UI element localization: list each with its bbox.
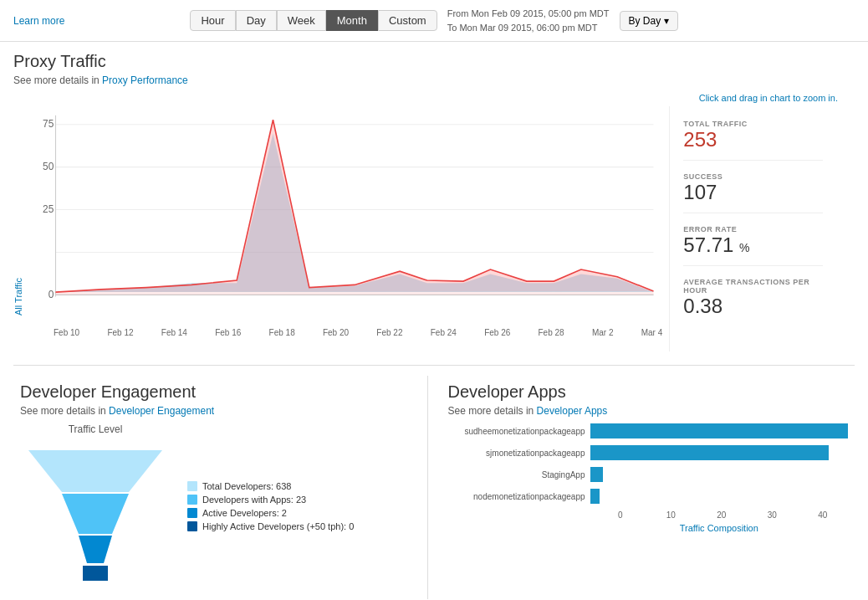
proxy-traffic-title: Proxy Traffic — [13, 52, 855, 71]
bar-track-1 — [590, 445, 849, 460]
bar-row-0: sudheemonetizationpackageapp — [448, 423, 849, 438]
dev-apps-subtitle: See more details in Developer Apps — [448, 405, 849, 417]
legend-dot-3 — [187, 521, 197, 531]
traffic-chart-container: All Traffic 75 50 25 0 — [13, 106, 855, 351]
legend-item-1: Developers with Apps: 23 — [187, 495, 354, 505]
stats-panel: TOTAL TRAFFIC 253 SUCCESS 107 ERROR RATE… — [669, 106, 836, 351]
bar-label-0: sudheemonetizationpackageapp — [448, 427, 590, 436]
x-label-8: Feb 26 — [484, 328, 510, 337]
svg-text:0: 0 — [49, 289, 54, 300]
avg-tx-block: AVERAGE TRANSACTIONS PER HOUR 0.38 — [683, 278, 823, 326]
x-label-7: Feb 24 — [431, 328, 457, 337]
funnel-title: Traffic Level — [69, 423, 123, 435]
dev-apps-link[interactable]: Developer Apps — [537, 405, 608, 417]
x-label-0: Feb 10 — [54, 328, 79, 337]
svg-text:75: 75 — [43, 118, 54, 130]
bar-x-title: Traffic Composition — [590, 523, 849, 533]
traffic-chart-svg[interactable]: 75 50 25 0 — [28, 106, 662, 324]
month-button[interactable]: Month — [326, 10, 378, 31]
dev-engagement-title: Developer Engagement — [20, 382, 421, 402]
svg-text:50: 50 — [43, 161, 54, 172]
funnel-svg — [20, 442, 171, 592]
top-bar: Learn more Hour Day Week Month Custom Fr… — [0, 0, 868, 42]
day-button[interactable]: Day — [236, 10, 277, 31]
proxy-traffic-section: Proxy Traffic See more details in Proxy … — [13, 52, 855, 351]
x-label-10: Mar 2 — [592, 328, 614, 337]
svg-marker-15 — [79, 536, 112, 563]
funnel-container: Traffic Level — [20, 423, 421, 592]
main-content: Proxy Traffic See more details in Proxy … — [0, 42, 868, 600]
legend-label-2: Active Developers: 2 — [202, 508, 287, 518]
x-label-3: Feb 16 — [215, 328, 241, 337]
x-label-5: Feb 20 — [323, 328, 349, 337]
total-traffic-block: TOTAL TRAFFIC 253 — [683, 120, 823, 161]
svg-rect-16 — [83, 566, 108, 581]
by-day-button[interactable]: By Day ▾ — [620, 11, 678, 31]
dev-apps-title: Developer Apps — [448, 382, 849, 402]
custom-button[interactable]: Custom — [378, 10, 437, 31]
bar-chart-area: sudheemonetizationpackageapp sjmonetizat… — [448, 423, 849, 533]
date-range: From Mon Feb 09 2015, 05:00 pm MDT To Mo… — [447, 7, 610, 34]
x-tick-0: 0 — [595, 510, 646, 520]
bar-row-3: nodemonetizationpackageapp — [448, 489, 849, 504]
success-value: 107 — [683, 181, 823, 204]
total-traffic-label: TOTAL TRAFFIC — [683, 120, 823, 128]
proxy-traffic-subtitle: See more details in Proxy Performance — [13, 74, 855, 86]
dev-engagement-link[interactable]: Developer Engagement — [109, 405, 214, 417]
bar-fill-2 — [590, 467, 603, 482]
bar-fill-0 — [590, 423, 849, 438]
chart-wrapper: 75 50 25 0 — [28, 106, 662, 341]
success-block: SUCCESS 107 — [683, 172, 823, 213]
bottom-sections: Developer Engagement See more details in… — [13, 365, 855, 599]
legend-label-1: Developers with Apps: 23 — [202, 495, 306, 505]
legend-dot-2 — [187, 508, 197, 518]
x-label-11: Mar 4 — [641, 328, 663, 337]
x-tick-40: 40 — [798, 510, 849, 520]
bar-label-1: sjmonetizationpackageapp — [448, 449, 590, 458]
avg-tx-label: AVERAGE TRANSACTIONS PER HOUR — [683, 278, 823, 295]
funnel-legend: Total Developers: 638 Developers with Ap… — [187, 481, 354, 535]
y-axis-label: All Traffic — [13, 115, 23, 315]
x-label-1: Feb 12 — [107, 328, 133, 337]
legend-item-3: Highly Active Developers (+50 tph): 0 — [187, 521, 354, 531]
svg-marker-12 — [55, 120, 653, 295]
legend-label-3: Highly Active Developers (+50 tph): 0 — [202, 521, 354, 531]
developer-engagement-section: Developer Engagement See more details in… — [13, 376, 428, 599]
x-axis-labels: Feb 10 Feb 12 Feb 14 Feb 16 Feb 18 Feb 2… — [28, 328, 662, 337]
time-buttons: Hour Day Week Month Custom — [190, 10, 437, 31]
x-label-6: Feb 22 — [376, 328, 402, 337]
date-range-line2: To Mon Mar 09 2015, 06:00 pm MDT — [447, 21, 610, 35]
success-label: SUCCESS — [683, 172, 823, 181]
hour-button[interactable]: Hour — [190, 10, 235, 31]
svg-marker-14 — [62, 494, 129, 534]
bar-label-3: nodemonetizationpackageapp — [448, 492, 590, 501]
x-label-2: Feb 14 — [161, 328, 187, 337]
date-range-line1: From Mon Feb 09 2015, 05:00 pm MDT — [447, 7, 610, 21]
bar-track-0 — [590, 423, 849, 438]
x-tick-30: 30 — [747, 510, 798, 520]
avg-tx-value: 0.38 — [683, 295, 823, 318]
bar-track-3 — [590, 489, 849, 504]
week-button[interactable]: Week — [277, 10, 326, 31]
learn-more-link[interactable]: Learn more — [13, 15, 64, 27]
svg-marker-11 — [55, 134, 653, 293]
legend-dot-0 — [187, 481, 197, 491]
x-tick-10: 10 — [646, 510, 697, 520]
bar-track-2 — [590, 467, 849, 482]
bar-row-2: StagingApp — [448, 467, 849, 482]
svg-marker-13 — [28, 450, 162, 492]
proxy-performance-link[interactable]: Proxy Performance — [102, 74, 188, 86]
error-rate-block: ERROR RATE 57.71 % — [683, 225, 823, 266]
x-label-9: Feb 28 — [539, 328, 564, 337]
legend-label-0: Total Developers: 638 — [202, 481, 291, 491]
legend-dot-1 — [187, 495, 197, 505]
svg-text:25: 25 — [43, 203, 54, 215]
funnel-chart: Traffic Level — [20, 423, 171, 592]
legend-item-2: Active Developers: 2 — [187, 508, 354, 518]
x-tick-20: 20 — [697, 510, 748, 520]
total-traffic-value: 253 — [683, 128, 823, 151]
error-rate-label: ERROR RATE — [683, 225, 823, 233]
bar-fill-3 — [590, 489, 600, 504]
bar-row-1: sjmonetizationpackageapp — [448, 445, 849, 460]
zoom-hint: Click and drag in chart to zoom in. — [13, 93, 855, 103]
